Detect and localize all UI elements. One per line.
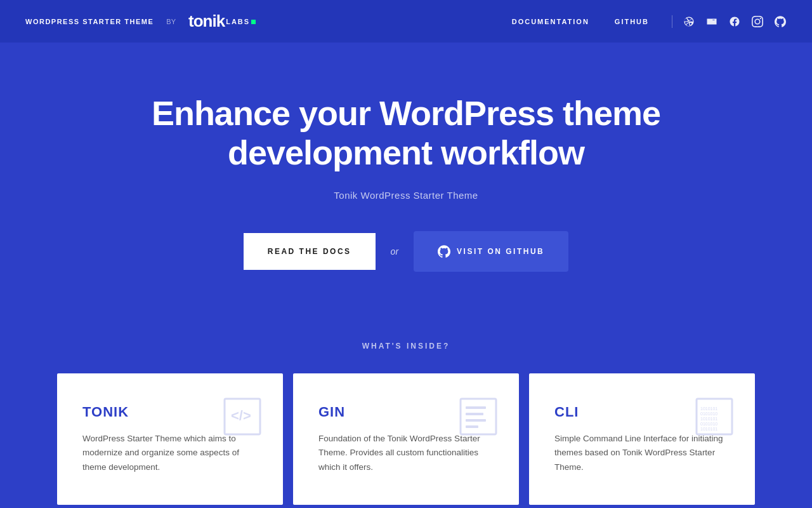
header: WORDPRESS STARTER THEME BY tonik LABS DO… <box>0 0 812 43</box>
visit-github-label: VISIT ON GITHUB <box>457 247 544 256</box>
github-nav-icon[interactable] <box>774 15 787 28</box>
whats-inside-section: WHAT'S INSIDE? </> TONIK WordPress Start… <box>0 310 812 505</box>
hero-buttons: READ THE DOCS or VISIT ON GITHUB <box>244 231 568 272</box>
whats-inside-label: WHAT'S INSIDE? <box>0 342 812 351</box>
tonik-logo[interactable]: tonik LABS <box>188 11 256 31</box>
instagram-icon[interactable] <box>751 15 764 28</box>
svg-text:1010101: 1010101 <box>700 406 717 411</box>
dribbble-icon[interactable] <box>683 15 695 28</box>
social-icons <box>683 15 787 28</box>
facebook-icon[interactable] <box>728 15 741 28</box>
tonik-logo-text: tonik <box>188 11 225 31</box>
svg-text:1010101: 1010101 <box>700 427 717 431</box>
nav-documentation[interactable]: DOCUMENTATION <box>499 13 602 30</box>
card-gin: GIN Foundation of the Tonik WordPress St… <box>293 373 519 505</box>
svg-text:</>: </> <box>231 408 251 424</box>
hero-title: Enhance your WordPress theme development… <box>121 93 691 172</box>
behance-icon[interactable] <box>705 15 718 28</box>
gin-card-icon <box>458 396 499 439</box>
nav-github[interactable]: GITHUB <box>602 13 662 30</box>
btn-or-text: or <box>391 246 398 257</box>
svg-text:0101010: 0101010 <box>700 422 717 426</box>
nav-divider <box>672 15 672 28</box>
cli-card-icon: 1010101 0101010 1010101 0101010 1010101 <box>694 396 735 439</box>
svg-rect-3 <box>466 406 486 409</box>
svg-rect-2 <box>461 399 496 434</box>
svg-text:0101010: 0101010 <box>700 411 717 416</box>
by-text: BY <box>166 18 176 25</box>
header-nav: DOCUMENTATION GITHUB <box>499 13 787 30</box>
hero-subtitle: Tonik WordPress Starter Theme <box>334 190 478 201</box>
svg-rect-4 <box>466 413 483 415</box>
header-left: WORDPRESS STARTER THEME BY tonik LABS <box>25 11 256 31</box>
labs-square-icon <box>251 20 256 24</box>
read-docs-button[interactable]: READ THE DOCS <box>244 233 376 270</box>
svg-rect-6 <box>466 425 478 428</box>
tonik-card-icon: </> <box>222 396 263 439</box>
labs-text: LABS <box>226 18 256 25</box>
brand-text: WORDPRESS STARTER THEME <box>25 18 154 25</box>
svg-text:1010101: 1010101 <box>700 417 717 421</box>
visit-github-button[interactable]: VISIT ON GITHUB <box>414 231 568 272</box>
card-cli: 1010101 0101010 1010101 0101010 1010101 … <box>529 373 755 505</box>
cards-row: </> TONIK WordPress Starter Theme which … <box>0 373 812 505</box>
hero-section: Enhance your WordPress theme development… <box>0 43 812 310</box>
github-btn-icon <box>438 245 450 258</box>
svg-rect-5 <box>466 419 486 422</box>
card-tonik: </> TONIK WordPress Starter Theme which … <box>57 373 283 505</box>
